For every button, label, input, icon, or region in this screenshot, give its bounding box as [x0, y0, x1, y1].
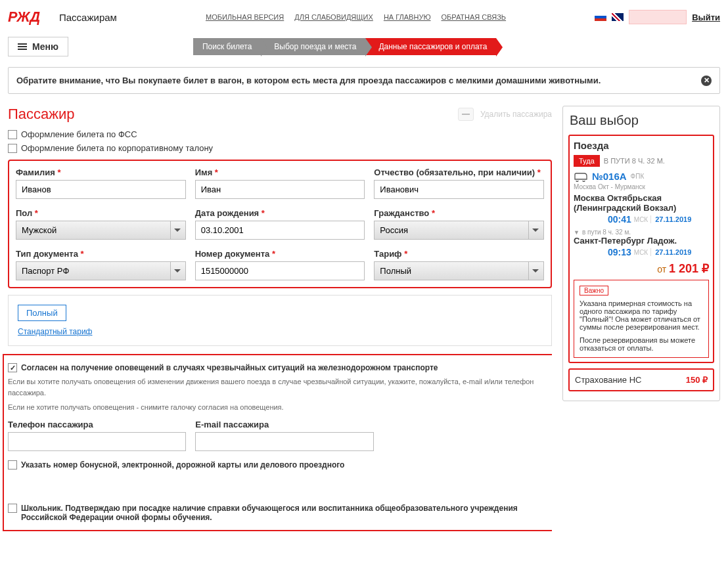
insurance-highlight[interactable]: Страхование НС 150 ₽: [568, 368, 714, 391]
consent-checkbox-row[interactable]: ✓ Согласен на получение оповещений в слу…: [8, 363, 548, 372]
consent-hint-1: Если вы хотите получать оповещения об из…: [8, 376, 548, 398]
price-from-label: от: [657, 264, 666, 274]
corporate-checkbox[interactable]: [8, 144, 17, 153]
firstname-label: Имя: [195, 167, 213, 177]
train-icon: [574, 171, 588, 182]
insurance-price: 150 ₽: [686, 375, 708, 385]
notice-text: Обратите внимание, что Вы покупаете биле…: [16, 76, 601, 85]
info-notice: Обратите внимание, что Вы покупаете биле…: [8, 67, 720, 94]
tariff-select[interactable]: Полный: [374, 261, 544, 280]
gender-label: Пол: [16, 208, 32, 218]
leg-duration: в пути 8 ч. 32 м.: [582, 229, 631, 236]
hamburger-icon: [18, 42, 27, 51]
direction-badge: Туда: [574, 155, 600, 167]
phone-input[interactable]: [8, 432, 186, 451]
bonus-checkbox[interactable]: [8, 460, 17, 470]
link-home[interactable]: НА ГЛАВНУЮ: [384, 13, 431, 21]
menu-button[interactable]: Меню: [8, 37, 68, 56]
total-duration: В ПУТИ 8 Ч. 32 М.: [604, 157, 665, 165]
notice-close-icon[interactable]: ✕: [701, 76, 712, 86]
fss-checkbox-row[interactable]: Оформление билета по ФСС: [8, 129, 552, 139]
arrive-date: 27.11.2019: [650, 248, 691, 256]
corporate-checkbox-row[interactable]: Оформление билета по корпоративному тало…: [8, 143, 552, 153]
svg-text:РЖД: РЖД: [8, 9, 41, 25]
depart-time: 00:41: [608, 214, 631, 225]
your-choice-panel: Ваш выбор Поезда Туда В ПУТИ 8 Ч. 32 М. …: [562, 106, 720, 401]
consent-checkbox[interactable]: ✓: [8, 363, 17, 372]
trains-heading: Поезда: [574, 140, 709, 151]
tz-1: МСК: [634, 216, 648, 223]
menu-label: Меню: [32, 41, 58, 52]
gender-select[interactable]: Мужской: [16, 221, 186, 240]
doctype-select[interactable]: Паспорт РФ: [16, 261, 186, 280]
docnum-input[interactable]: [195, 261, 365, 280]
doctype-label: Тип документа: [16, 249, 78, 259]
middlename-label: Отчество (обязательно, при наличии): [374, 167, 535, 177]
email-input[interactable]: [195, 432, 373, 451]
delete-passenger-link: Удалить пассажира: [480, 110, 552, 119]
breadcrumb: Поиск билета Выбор поезда и места Данные…: [193, 38, 496, 55]
depart-date: 27.11.2019: [650, 215, 691, 223]
citizenship-label: Гражданство: [374, 208, 429, 218]
tariff-info-box: Полный Стандартный тариф: [8, 295, 552, 346]
bonus-label: Указать номер бонусной, электронной, дор…: [21, 460, 344, 470]
consent-label: Согласен на получение оповещений в случа…: [21, 363, 438, 372]
from-station: Москва Октябрьская (Ленинградский Вокзал…: [574, 193, 709, 213]
carrier-label: ФПК: [631, 173, 645, 180]
tz-2: МСК: [634, 249, 648, 256]
brand-logo[interactable]: РЖД Пассажирам: [8, 5, 117, 29]
price-value: 1 201 ₽: [669, 262, 709, 275]
arrow-down-icon: ▼: [574, 229, 580, 236]
phone-label: Телефон пассажира: [8, 420, 186, 429]
dob-label: Дата рождения: [195, 208, 260, 218]
consent-hint-2: Если не хотите получать оповещения - сни…: [8, 402, 548, 413]
collapse-button[interactable]: [458, 108, 474, 121]
dob-input[interactable]: [195, 221, 365, 240]
route-text: Москва Окт - Мурманск: [574, 183, 709, 190]
lastname-label: Фамилия: [16, 167, 55, 177]
arrive-time: 09:13: [608, 247, 631, 257]
logout-link[interactable]: Выйти: [692, 12, 720, 22]
brand-subtitle: Пассажирам: [59, 12, 117, 23]
warn-text-1: Указана примерная стоимость на одного па…: [580, 299, 703, 331]
breadcrumb-step-3: Данные пассажиров и оплата: [365, 38, 496, 55]
train-block-highlight: Поезда Туда В ПУТИ 8 Ч. 32 М. №016А ФПК …: [568, 135, 714, 363]
user-box[interactable]: [629, 10, 687, 24]
corporate-label: Оформление билета по корпоративному тало…: [21, 143, 213, 153]
breadcrumb-step-2[interactable]: Выбор поезда и места: [261, 38, 365, 55]
link-feedback[interactable]: ОБРАТНАЯ СВЯЗЬ: [442, 13, 507, 21]
email-label: E-mail пассажира: [195, 420, 373, 429]
lang-en-icon[interactable]: [612, 13, 624, 21]
standard-tariff-link[interactable]: Стандартный тариф: [18, 327, 92, 336]
warn-badge: Важно: [580, 286, 608, 295]
rzd-logo-icon: РЖД: [8, 5, 55, 29]
passenger-heading: Пассажир: [8, 106, 75, 123]
to-station: Санкт-Петербург Ладож.: [574, 236, 709, 246]
tariff-tab-full[interactable]: Полный: [18, 305, 66, 321]
middlename-input[interactable]: [374, 180, 544, 199]
tariff-label: Тариф: [374, 249, 401, 259]
warn-text-2: После резервирования вы можете отказатьс…: [580, 336, 703, 352]
link-mobile[interactable]: МОБИЛЬНАЯ ВЕРСИЯ: [206, 13, 284, 21]
lastname-input[interactable]: [16, 180, 186, 199]
school-label: Школьник. Подтверждаю при посадке наличи…: [21, 504, 548, 522]
top-bar: РЖД Пассажирам МОБИЛЬНАЯ ВЕРСИЯ ДЛЯ СЛАБ…: [0, 0, 728, 34]
price-warning-box: Важно Указана примерная стоимость на одн…: [574, 280, 709, 358]
lang-ru-icon[interactable]: [595, 13, 606, 21]
insurance-label: Страхование НС: [575, 375, 641, 385]
fss-label: Оформление билета по ФСС: [21, 129, 137, 139]
fss-checkbox[interactable]: [8, 130, 17, 139]
passenger-form-highlight: Фамилия * Имя * Отчество (обязательно, п…: [8, 160, 552, 288]
your-choice-title: Ваш выбор: [570, 113, 713, 128]
train-number[interactable]: №016А: [592, 171, 627, 182]
top-links: МОБИЛЬНАЯ ВЕРСИЯ ДЛЯ СЛАБОВИДЯЩИХ НА ГЛА…: [206, 13, 506, 21]
breadcrumb-step-1[interactable]: Поиск билета: [193, 38, 261, 55]
docnum-label: Номер документа: [195, 249, 270, 259]
citizenship-select[interactable]: Россия: [374, 221, 544, 240]
consent-highlight: ✓ Согласен на получение оповещений в слу…: [3, 354, 552, 531]
firstname-input[interactable]: [195, 180, 365, 199]
school-checkbox-row[interactable]: Школьник. Подтверждаю при посадке наличи…: [8, 504, 548, 522]
bonus-checkbox-row[interactable]: Указать номер бонусной, электронной, дор…: [8, 460, 548, 470]
link-accessibility[interactable]: ДЛЯ СЛАБОВИДЯЩИХ: [294, 13, 373, 21]
school-checkbox[interactable]: [8, 504, 17, 513]
